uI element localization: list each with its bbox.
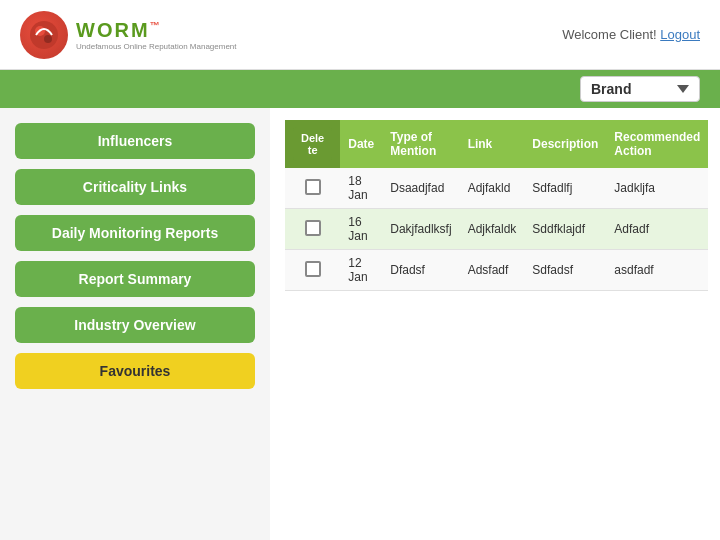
logo-tagline: Undefamous Online Reputation Management bbox=[76, 42, 237, 51]
sidebar-item-daily-monitoring-reports[interactable]: Daily Monitoring Reports bbox=[15, 215, 255, 251]
col-link: Link bbox=[460, 120, 525, 168]
sidebar-item-favourites[interactable]: Favourites bbox=[15, 353, 255, 389]
col-type-of-mention: Type of Mention bbox=[382, 120, 459, 168]
brand-label: Brand bbox=[591, 81, 631, 97]
row-date-3: 12 Jan bbox=[340, 250, 382, 291]
row-type-1: Dsaadjfad bbox=[382, 168, 459, 209]
svg-point-2 bbox=[44, 35, 52, 43]
logo-text: WORM™ Undefamous Online Reputation Manag… bbox=[76, 19, 237, 51]
brand-bar: Brand bbox=[0, 70, 720, 108]
data-table: Delete Date Type of Mention Link Descrip… bbox=[285, 120, 708, 291]
row-link-2: Adjkfaldk bbox=[460, 209, 525, 250]
col-delete: Delete bbox=[285, 120, 340, 168]
table-row: 12 Jan Dfadsf Adsfadf Sdfadsf asdfadf bbox=[285, 250, 708, 291]
row-checkbox-3[interactable] bbox=[285, 250, 340, 291]
row-description-3: Sdfadsf bbox=[524, 250, 606, 291]
chevron-down-icon bbox=[677, 85, 689, 93]
content-area: Delete Date Type of Mention Link Descrip… bbox=[270, 108, 720, 540]
row-link-1: Adjfakld bbox=[460, 168, 525, 209]
row-link-3: Adsfadf bbox=[460, 250, 525, 291]
header: WORM™ Undefamous Online Reputation Manag… bbox=[0, 0, 720, 70]
sidebar-item-criticality-links[interactable]: Criticality Links bbox=[15, 169, 255, 205]
row-date-2: 16 Jan bbox=[340, 209, 382, 250]
col-recommended-action: Recommended Action bbox=[606, 120, 708, 168]
row-action-3: asdfadf bbox=[606, 250, 708, 291]
row-description-2: Sddfklajdf bbox=[524, 209, 606, 250]
table-row: 16 Jan Dakjfadlksfj Adjkfaldk Sddfklajdf… bbox=[285, 209, 708, 250]
welcome-message: Welcome Client! Logout bbox=[562, 27, 700, 42]
row-description-1: Sdfadlfj bbox=[524, 168, 606, 209]
sidebar: Influencers Criticality Links Daily Moni… bbox=[0, 108, 270, 540]
logo-worm-text: WORM™ bbox=[76, 19, 237, 42]
brand-dropdown[interactable]: Brand bbox=[580, 76, 700, 102]
col-date: Date bbox=[340, 120, 382, 168]
table-header: Delete Date Type of Mention Link Descrip… bbox=[285, 120, 708, 168]
sidebar-item-report-summary[interactable]: Report Summary bbox=[15, 261, 255, 297]
row-action-1: Jadkljfa bbox=[606, 168, 708, 209]
row-checkbox-1[interactable] bbox=[285, 168, 340, 209]
logo-icon bbox=[20, 11, 68, 59]
row-type-2: Dakjfadlksfj bbox=[382, 209, 459, 250]
col-description: Description bbox=[524, 120, 606, 168]
main-content: Influencers Criticality Links Daily Moni… bbox=[0, 108, 720, 540]
svg-point-0 bbox=[30, 21, 58, 49]
table-row: 18 Jan Dsaadjfad Adjfakld Sdfadlfj Jadkl… bbox=[285, 168, 708, 209]
row-action-2: Adfadf bbox=[606, 209, 708, 250]
logout-link[interactable]: Logout bbox=[660, 27, 700, 42]
table-body: 18 Jan Dsaadjfad Adjfakld Sdfadlfj Jadkl… bbox=[285, 168, 708, 291]
logo-area: WORM™ Undefamous Online Reputation Manag… bbox=[20, 11, 237, 59]
sidebar-item-industry-overview[interactable]: Industry Overview bbox=[15, 307, 255, 343]
row-type-3: Dfadsf bbox=[382, 250, 459, 291]
delete-button[interactable]: Delete bbox=[293, 127, 332, 161]
row-checkbox-2[interactable] bbox=[285, 209, 340, 250]
sidebar-item-influencers[interactable]: Influencers bbox=[15, 123, 255, 159]
row-date-1: 18 Jan bbox=[340, 168, 382, 209]
